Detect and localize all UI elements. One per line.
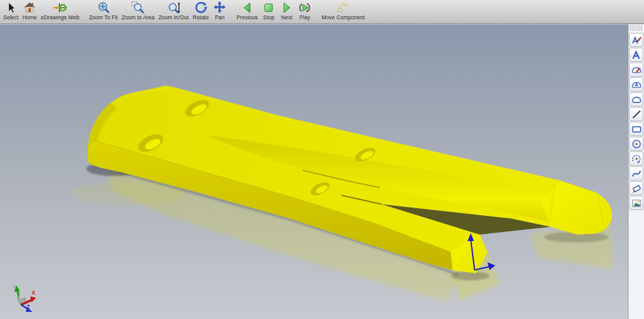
toolbar-label: Previous [236,14,258,21]
rectangle-icon [631,124,642,135]
markup-tool-note-leader[interactable] [629,33,643,47]
next-icon [279,1,294,15]
toolbar-button-stop[interactable]: Stop [260,1,278,21]
circle-icon [631,139,642,150]
markup-tool-arc[interactable] [629,151,643,166]
note-leader-icon [631,35,642,46]
home-icon [23,1,37,15]
toolbar-label: Select [3,14,19,21]
markup-tool-cloud-note[interactable] [629,77,643,92]
toolbar-button-zoom-to-fit[interactable]: Zoom To Fit [87,1,120,21]
zoom-in-out-icon [167,1,181,15]
markup-tool-line[interactable] [629,107,643,121]
markup-tool-circle[interactable] [629,137,643,151]
markup-tool-cloud-leader[interactable] [629,63,643,77]
markup-tool-cloud[interactable] [629,92,643,106]
cloud-leader-icon [631,64,642,75]
cloud-icon [631,94,642,105]
markup-sidebar [628,24,644,319]
markup-tool-spline[interactable] [629,166,643,180]
toolbar-label: Home [23,14,37,21]
image-stamp-icon [631,198,642,209]
cursor-icon [4,1,18,15]
triad-x-label: X [32,289,35,296]
toolbar-label: Zoom to Area [122,14,155,21]
toolbar-button-previous[interactable]: Previous [234,1,260,21]
main-toolbar: Select Home eDrawings Web Zoom To Fi [0,0,644,24]
toolbar-button-move-component[interactable]: Move Component [319,1,366,21]
edrawings-web-icon [53,1,67,15]
toolbar-label: eDrawings Web [41,14,79,21]
zoom-to-area-icon [131,1,145,15]
toolbar-label: Zoom In/Out [158,14,189,21]
scene-canvas[interactable]: Y X Z [0,24,628,319]
markup-tool-image-stamp[interactable] [629,196,643,210]
model-viewport[interactable]: Y X Z [0,24,628,319]
move-component-icon [336,1,350,15]
sidebar-drag-handle[interactable] [630,25,643,31]
toolbar-button-zoom-in-out[interactable]: Zoom In/Out [156,1,191,21]
note-icon [631,50,642,61]
toolbar-button-home[interactable]: Home [21,1,39,21]
toolbar-label: Stop [263,14,275,21]
toolbar-label: Zoom To Fit [89,14,118,21]
toolbar-label: Move Component [321,14,365,21]
zoom-to-fit-icon [97,1,111,15]
stop-icon [261,1,276,15]
toolbar-button-select[interactable]: Select [1,1,21,21]
toolbar-button-next[interactable]: Next [278,1,296,21]
toolbar-button-pan[interactable]: Pan [211,1,229,21]
previous-icon [240,1,254,15]
play-icon [298,1,312,15]
rotate-icon [194,1,208,15]
pan-icon [213,1,227,15]
dimension-icon [631,183,642,194]
cloud-note-icon [631,79,642,90]
toolbar-button-zoom-to-area[interactable]: Zoom to Area [120,1,156,21]
triad-z-label: Z [26,304,30,310]
toolbar-label: Rotate [193,14,209,21]
toolbar-label: Pan [215,14,225,21]
markup-tool-note[interactable] [629,48,643,62]
toolbar-button-play[interactable]: Play [296,1,314,21]
line-icon [631,109,642,120]
toolbar-label: Next [281,14,292,21]
markup-tool-rectangle[interactable] [629,122,643,136]
toolbar-label: Play [299,14,310,21]
toolbar-button-rotate[interactable]: Rotate [191,1,211,21]
spline-icon [631,168,642,179]
toolbar-button-edrawings-web[interactable]: eDrawings Web [39,1,81,21]
markup-tool-dimension[interactable] [629,181,643,195]
arc-icon [631,153,642,164]
